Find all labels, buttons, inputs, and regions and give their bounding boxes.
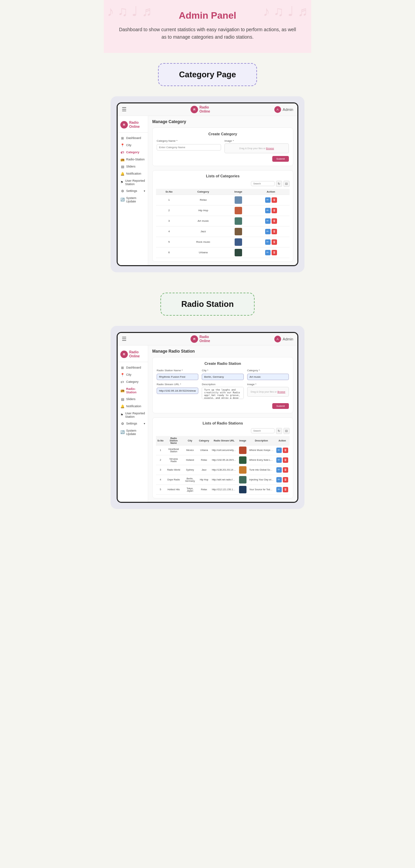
r-desc-cell: Where Music Keeps Your Heart in Sync bbox=[248, 445, 275, 455]
table-row: 1 Heartbeat Station Mexico Urbana http:/… bbox=[156, 445, 290, 455]
r-action-cell: ✏ 🗑 bbox=[275, 445, 290, 455]
category-table: Sr.No Category Image Action 1 Relax ✏ 🗑 bbox=[156, 189, 290, 258]
r-delete-button[interactable]: 🗑 bbox=[283, 457, 288, 463]
radio-view-button[interactable]: ⊟ bbox=[283, 428, 290, 434]
r-sidebar-city-label: City bbox=[126, 373, 132, 376]
form-row-category: Category Name * Image * Drag & Drop your… bbox=[157, 139, 289, 153]
sidebar-item-sliders[interactable]: ▤ Sliders bbox=[118, 163, 148, 170]
dropzone-text: Drag & Drop your files or Browse bbox=[239, 147, 274, 150]
radio-admin-avatar: A bbox=[274, 336, 281, 342]
table-view-button[interactable]: ⊟ bbox=[283, 181, 290, 187]
radio-sidebar-radio-station[interactable]: 📻 Radio-Station bbox=[118, 386, 148, 396]
radio-sidebar-system-update[interactable]: 🔄 System Update bbox=[118, 427, 148, 437]
stream-url-group: Radio Stream URL * bbox=[157, 383, 198, 400]
sidebar-item-notification[interactable]: 🔔 Notification bbox=[118, 170, 148, 177]
radio-device-body: R RadioOnline ⊞ Dashboard 📍 City 🏷 Categ… bbox=[118, 346, 297, 502]
radio-sidebar-notification[interactable]: 🔔 Notification bbox=[118, 403, 148, 410]
edit-button[interactable]: ✏ bbox=[265, 229, 271, 234]
radio-sidebar-user-reported[interactable]: ⚑ User Reported Station bbox=[118, 410, 148, 420]
radio-sidebar-sliders[interactable]: ▤ Sliders bbox=[118, 396, 148, 403]
radio-form-row2: Radio Stream URL * Description Turn up t… bbox=[157, 383, 289, 400]
table-row: 2 Hip Hop ✏ 🗑 bbox=[156, 205, 290, 216]
radio-sidebar-logo-text: RadioOnline bbox=[129, 350, 140, 358]
radio-image-dropzone[interactable]: Drag & Drop your files or Browse bbox=[247, 387, 289, 397]
station-image bbox=[239, 447, 246, 454]
image-dropzone[interactable]: Drag & Drop your files or Browse bbox=[224, 143, 289, 153]
r-city-cell: Mexico bbox=[182, 445, 198, 455]
edit-button[interactable]: ✏ bbox=[265, 239, 271, 245]
delete-button[interactable]: 🗑 bbox=[272, 250, 277, 255]
r-edit-button[interactable]: ✏ bbox=[276, 457, 282, 463]
r-edit-button[interactable]: ✏ bbox=[276, 487, 282, 492]
radio-city-label: City * bbox=[202, 369, 243, 372]
radio-sidebar-logo-icon: R bbox=[120, 351, 128, 358]
sr-cell: 2 bbox=[156, 205, 182, 216]
radio-table-title: Lists of Radio Stations bbox=[156, 421, 290, 425]
r-desc-cell: Your Source for Today's Fire Tracks bbox=[248, 485, 275, 494]
radio-submit-button[interactable]: Submit bbox=[272, 403, 289, 409]
action-cell: ✏ 🗑 bbox=[252, 216, 290, 226]
category-name-input[interactable] bbox=[157, 144, 221, 151]
r-action-cell: ✏ 🗑 bbox=[275, 455, 290, 465]
r-delete-button[interactable]: 🗑 bbox=[283, 477, 288, 482]
station-name-input[interactable] bbox=[157, 374, 198, 380]
station-image bbox=[239, 456, 246, 464]
delete-button[interactable]: 🗑 bbox=[272, 197, 277, 203]
radio-city-input[interactable] bbox=[202, 374, 243, 380]
sidebar-item-dashboard[interactable]: ⊞ Dashboard bbox=[118, 135, 148, 142]
r-image-cell bbox=[238, 485, 248, 494]
delete-button[interactable]: 🗑 bbox=[272, 218, 277, 224]
submit-button[interactable]: Submit bbox=[272, 156, 289, 162]
radio-category-input[interactable] bbox=[247, 374, 289, 380]
radio-sidebar-settings[interactable]: ⚙ Settings ▾ bbox=[118, 420, 148, 427]
edit-button[interactable]: ✏ bbox=[265, 208, 271, 213]
category-image bbox=[235, 228, 242, 235]
refresh-button[interactable]: ↻ bbox=[276, 181, 282, 187]
table-toolbar: ↻ ⊟ bbox=[156, 181, 290, 187]
station-image bbox=[239, 466, 246, 474]
table-row: 2 Nirvana Radio Holland Relax http://192… bbox=[156, 455, 290, 465]
delete-button[interactable]: 🗑 bbox=[272, 208, 277, 213]
sidebar-logo-text: RadioOnline bbox=[129, 121, 140, 129]
edit-button[interactable]: ✏ bbox=[265, 197, 271, 203]
radio-sidebar-city[interactable]: 📍 City bbox=[118, 371, 148, 378]
browse-link[interactable]: Browse bbox=[266, 147, 274, 150]
delete-button[interactable]: 🗑 bbox=[272, 239, 277, 245]
r-delete-button[interactable]: 🗑 bbox=[283, 487, 288, 492]
description-input[interactable]: Turn up the laughs and creativity with o… bbox=[202, 387, 243, 399]
radio-sidebar-category[interactable]: 🏷 Category bbox=[118, 378, 148, 386]
radio-form-title: Create Radio Station bbox=[157, 361, 289, 366]
table-search-input[interactable] bbox=[251, 181, 275, 186]
station-image bbox=[239, 476, 246, 484]
radio-browse-link[interactable]: Browse bbox=[277, 391, 285, 393]
radio-refresh-button[interactable]: ↻ bbox=[276, 428, 282, 434]
r-delete-button[interactable]: 🗑 bbox=[283, 448, 288, 453]
radio-sidebar-dashboard[interactable]: ⊞ Dashboard bbox=[118, 364, 148, 371]
r-delete-button[interactable]: 🗑 bbox=[283, 467, 288, 473]
sidebar-item-city[interactable]: 📍 City bbox=[118, 142, 148, 149]
r-edit-button[interactable]: ✏ bbox=[276, 477, 282, 482]
sidebar-radio-label: Radio-Station bbox=[126, 158, 145, 161]
delete-button[interactable]: 🗑 bbox=[272, 229, 277, 234]
r-edit-button[interactable]: ✏ bbox=[276, 467, 282, 473]
sidebar-item-system-update[interactable]: 🔄 System Update bbox=[118, 195, 148, 205]
category-image bbox=[235, 238, 242, 246]
sidebar-item-settings[interactable]: ⚙ Settings ▾ bbox=[118, 188, 148, 195]
sidebar-item-radio-station[interactable]: 📻 Radio-Station bbox=[118, 156, 148, 163]
r-col-category: Category bbox=[198, 436, 211, 446]
sidebar-item-user-reported[interactable]: ⚑ User Reported Station bbox=[118, 177, 148, 188]
radio-menu-icon[interactable]: ☰ bbox=[122, 336, 126, 342]
image-cell bbox=[224, 247, 252, 258]
r-dashboard-icon: ⊞ bbox=[120, 366, 124, 370]
edit-button[interactable]: ✏ bbox=[265, 250, 271, 255]
description-label: Description bbox=[202, 383, 243, 386]
sidebar-item-category[interactable]: 🏷 Category bbox=[118, 149, 148, 156]
radio-admin-area: A Admin bbox=[274, 336, 293, 342]
edit-button[interactable]: ✏ bbox=[265, 218, 271, 224]
menu-icon[interactable]: ☰ bbox=[122, 106, 126, 113]
r-edit-button[interactable]: ✏ bbox=[276, 448, 282, 453]
system-update-icon: 🔄 bbox=[120, 198, 124, 201]
action-buttons: ✏ 🗑 bbox=[254, 239, 288, 245]
radio-table-search[interactable] bbox=[251, 428, 275, 433]
stream-url-input[interactable] bbox=[157, 388, 198, 394]
